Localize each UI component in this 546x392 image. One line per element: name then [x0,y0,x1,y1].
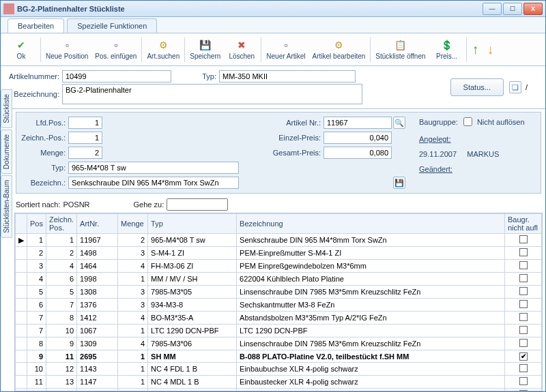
lfd-label: Lfd.Pos.: [19,119,68,127]
table-row[interactable]: 7814124BO-M3*35-AAbstandsbolzen M3*35mm … [16,312,542,325]
detail-bez-label: Bezeichn.: [19,179,68,187]
search-icon: ⚙ [157,39,169,51]
price-button[interactable]: 💲Preis... [430,35,464,65]
col-artnr[interactable]: ArtNr. [77,214,118,234]
einzel-input[interactable] [324,132,392,144]
table-row[interactable]: 71010671LTC 1290 DCN-PBFLTC 1290 DCN-PBF [16,325,542,337]
delete-button[interactable]: ✖Löschen [225,35,259,65]
angelegt-user: MARKUS [467,150,499,158]
menge-input[interactable] [68,147,102,159]
table-row[interactable]: 4619981MM / MV / SH622004 Kühlblech Plat… [16,273,542,286]
detail-typ-input[interactable] [68,162,239,174]
open-icon: 📋 [394,39,407,51]
artnr-input[interactable] [62,70,171,82]
zeichn-label: Zeichn.-Pos.: [19,134,68,142]
sidetab-stueckliste[interactable]: Stückliste [1,89,12,128]
edit-article-button[interactable]: ⚙Artikel bearbeiten [310,35,369,65]
price-icon: 💲 [441,39,453,51]
table-row[interactable]: 111311471NC 4 MDL 1 BEinbaustecker XLR 4… [16,376,542,389]
col-bez[interactable]: Bezeichnung [237,214,505,234]
typ-label: Typ: [185,72,219,80]
insert-icon: ▫ [110,39,122,51]
new-icon: ▫ [61,39,73,51]
app-icon [3,3,14,14]
lfd-input[interactable] [68,117,102,129]
down-arrow-button[interactable]: ↓ [483,42,498,57]
search-article-button[interactable]: ⚙Art.suchen [144,35,182,65]
new-article-icon: ▫ [280,39,292,51]
gesamt-label: Gesamt-Preis: [266,149,324,157]
open-list-button[interactable]: 📋Stückliste öffnen [373,35,428,65]
detail-save-icon[interactable]: 💾 [393,177,405,189]
geaendert-label: Geändert: [419,165,452,173]
status-button[interactable]: Status... [450,78,504,96]
col-baugr[interactable]: Baugr. nicht aufl [505,214,542,234]
nichtaufl-label: Nicht auflösen [477,118,525,126]
ok-button[interactable]: ✔Ok [4,35,38,65]
angelegt-date: 29.11.2007 [419,150,457,158]
close-button[interactable]: X [523,3,543,15]
nichtaufl-checkbox[interactable] [463,117,472,126]
table-row[interactable]: ▶11119672965-M4*08 T swSenkschraube DIN … [16,234,542,247]
tab-spezielle[interactable]: Spezielle Funktionen [67,18,157,33]
save-button[interactable]: 💾Speichern [187,35,223,65]
bez-label: Bezeichnung: [5,90,62,98]
detail-typ-label: Typ: [19,164,68,172]
baugr-label: Baugruppe: [419,118,458,126]
up-arrow-button[interactable]: ↑ [468,42,483,57]
table-row[interactable]: 91126951SH MMB-088 PLATO-Platine V2.0, t… [16,350,542,363]
col-menge[interactable]: Menge [118,214,148,234]
table-row[interactable]: 121487534965-M3*06 T swSenkschraube DIN … [16,389,542,392]
table-row[interactable]: 101211431NC 4 FDL 1 BEinbaubuchse XLR 4-… [16,363,542,376]
sort-label: Sortiert nach: [16,200,60,209]
insert-position-button[interactable]: ▫Pos. einfügen [92,35,139,65]
new-article-button[interactable]: ▫Neuer Artikel [263,35,308,65]
detail-bez-input[interactable] [68,177,239,189]
save-icon: 💾 [199,39,212,51]
angelegt-label: Angelegt: [419,135,450,143]
check-icon: ✔ [15,39,27,51]
grid-table: Pos Zeichn. Pos. ArtNr. Menge Typ Bezeic… [15,213,542,391]
gesamt-input[interactable] [324,147,392,159]
col-pos[interactable]: Pos [27,214,46,234]
artnr-label: Artikelnummer: [5,72,62,80]
window-title: BG-2-Platinenhalter Stückliste [17,5,481,13]
table-row[interactable]: 6713763934-M3-8Sechskantmutter M3-8 FeZn [16,299,542,312]
table-row[interactable]: 2214983S-M4-1 ZIPEM-Einpreßmutter S-M4-1… [16,247,542,260]
detail-artnr-label: Artikel Nr.: [266,119,324,127]
status-clear-icon[interactable]: ❏ [509,81,521,93]
bez-input[interactable]: BG-2-Platinenhalter [62,84,362,104]
zeichn-input[interactable] [68,132,102,144]
goto-input[interactable] [167,198,228,211]
col-zeichn[interactable]: Zeichn. Pos. [46,214,77,234]
new-position-button[interactable]: ▫Neue Position [43,35,91,65]
sidetab-baum[interactable]: Stücklisten-Baum [1,175,12,238]
typ-input[interactable] [219,70,356,82]
tab-bearbeiten[interactable]: Bearbeiten [8,18,64,33]
minimize-button[interactable]: — [483,3,502,15]
table-row[interactable]: 3414644FH-M3-06 ZIPEM Einpreßgewindebolz… [16,260,542,273]
detail-artnr-input[interactable] [324,117,392,129]
menge-label: Menge: [19,149,68,157]
table-row[interactable]: 55130837985-M3*05Linsenschraube DIN 7985… [16,286,542,299]
goto-label: Gehe zu: [134,200,164,209]
einzel-label: Einzel-Preis: [266,134,324,142]
maximize-button[interactable]: ☐ [503,3,522,15]
sidetab-dokumente[interactable]: Dokumente [1,130,12,174]
delete-icon: ✖ [235,39,248,51]
col-typ[interactable]: Typ [148,214,237,234]
edit-icon: ⚙ [332,39,345,51]
artnr-search-icon[interactable]: 🔍 [393,117,405,129]
sort-value: POSNR [63,200,89,209]
table-row[interactable]: 89130947985-M3*06Linsenschraube DIN 7985… [16,337,542,350]
